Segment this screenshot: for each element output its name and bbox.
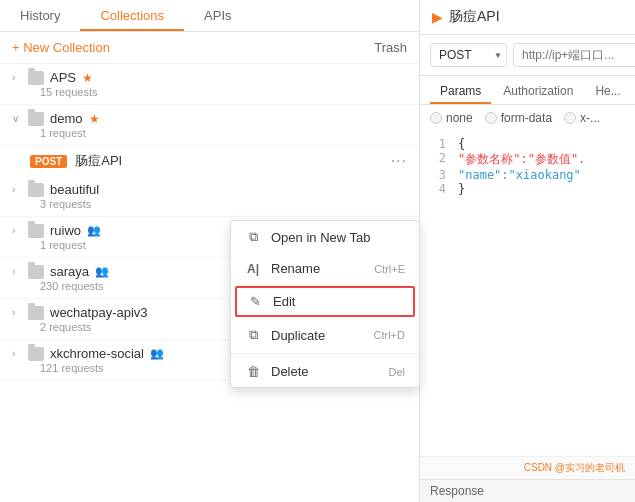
collection-item[interactable]: › beautiful 3 requests [0, 176, 419, 217]
code-line: 4 } [430, 182, 625, 196]
trash-link[interactable]: Trash [374, 40, 407, 55]
collection-name: beautiful [50, 182, 99, 197]
line-num: 3 [430, 168, 446, 182]
collection-name: wechatpay-apiv3 [50, 305, 148, 320]
folder-icon [28, 112, 44, 126]
group-icon: 👥 [150, 347, 164, 360]
post-name: 肠痘API [75, 152, 382, 170]
menu-item-open-new-tab[interactable]: ⧉ Open in New Tab [231, 221, 419, 253]
chevron-icon: › [12, 72, 22, 83]
response-label: Response [420, 479, 635, 502]
menu-item-label: Delete [271, 364, 309, 379]
url-input[interactable] [513, 43, 635, 67]
menu-item-duplicate[interactable]: ⧉ Duplicate Ctrl+D [231, 319, 419, 351]
collection-meta: 1 request [40, 127, 407, 139]
chevron-icon: › [12, 184, 22, 195]
tab-params[interactable]: Params [430, 80, 491, 104]
menu-shortcut: Del [388, 366, 405, 378]
code-content: "name":"xiaokang" [458, 168, 581, 182]
folder-icon [28, 224, 44, 238]
collection-item[interactable]: › APS ★ 15 requests [0, 64, 419, 105]
collection-name: demo [50, 111, 83, 126]
radio-none[interactable]: none [430, 111, 473, 125]
collection-name: saraya [50, 264, 89, 279]
line-num: 1 [430, 137, 446, 151]
collection-meta: 15 requests [40, 86, 407, 98]
chevron-icon: › [12, 348, 22, 359]
menu-divider [231, 353, 419, 354]
tabs-bar: History Collections APIs [0, 0, 419, 32]
tab-authorization[interactable]: Authorization [493, 80, 583, 104]
method-badge: POST [30, 155, 67, 168]
collection-name: xkchrome-social [50, 346, 144, 361]
code-content: "参数名称":"参数值". [458, 151, 585, 168]
line-num: 4 [430, 182, 446, 196]
collection-meta: 3 requests [40, 198, 407, 210]
rename-icon: A| [245, 262, 261, 276]
chevron-icon: ∨ [12, 113, 22, 124]
tab-apis[interactable]: APIs [184, 0, 251, 31]
folder-icon [28, 183, 44, 197]
menu-shortcut: Ctrl+E [374, 263, 405, 275]
line-num: 2 [430, 151, 446, 168]
api-title: 肠痘API [449, 8, 500, 26]
menu-item-edit[interactable]: ✎ Edit [235, 286, 415, 317]
delete-icon: 🗑 [245, 364, 261, 379]
expand-arrow-icon: ▶ [432, 9, 443, 25]
chevron-icon: › [12, 225, 22, 236]
chevron-icon: › [12, 307, 22, 318]
menu-item-label: Edit [273, 294, 295, 309]
folder-icon [28, 306, 44, 320]
group-icon: 👥 [95, 265, 109, 278]
edit-icon: ✎ [247, 294, 263, 309]
radio-dot-form-data [485, 112, 497, 124]
radio-group: none form-data x-... [420, 105, 635, 131]
request-tabs: Params Authorization He... [420, 76, 635, 105]
watermark: CSDN @实习的老司机 [420, 456, 635, 479]
folder-icon [28, 71, 44, 85]
radio-dot-x [564, 112, 576, 124]
radio-label-form-data: form-data [501, 111, 552, 125]
right-panel: ▶ 肠痘API POST GET PUT DELETE Params Autho… [420, 0, 635, 502]
chevron-icon: › [12, 266, 22, 277]
menu-item-label: Open in New Tab [271, 230, 371, 245]
tab-headers[interactable]: He... [585, 80, 630, 104]
folder-icon [28, 265, 44, 279]
folder-icon [28, 347, 44, 361]
more-button[interactable]: ··· [391, 152, 407, 170]
collection-name: ruiwo [50, 223, 81, 238]
tab-history[interactable]: History [0, 0, 80, 31]
radio-label-x: x-... [580, 111, 600, 125]
menu-item-label: Duplicate [271, 328, 325, 343]
method-select[interactable]: POST GET PUT DELETE [430, 43, 507, 67]
menu-shortcut: Ctrl+D [374, 329, 405, 341]
code-area: 1 { 2 "参数名称":"参数值". 3 "name":"xiaokang" … [420, 131, 635, 456]
context-menu: ⧉ Open in New Tab A| Rename Ctrl+E ✎ Edi… [230, 220, 420, 388]
star-icon: ★ [82, 71, 93, 85]
open-new-tab-icon: ⧉ [245, 229, 261, 245]
method-wrapper: POST GET PUT DELETE [430, 43, 507, 67]
new-collection-button[interactable]: + New Collection [12, 40, 110, 55]
star-icon: ★ [89, 112, 100, 126]
duplicate-icon: ⧉ [245, 327, 261, 343]
code-line: 3 "name":"xiaokang" [430, 168, 625, 182]
right-header: ▶ 肠痘API [420, 0, 635, 35]
menu-item-label: Rename [271, 261, 320, 276]
radio-form-data[interactable]: form-data [485, 111, 552, 125]
menu-item-rename[interactable]: A| Rename Ctrl+E [231, 253, 419, 284]
menu-item-delete[interactable]: 🗑 Delete Del [231, 356, 419, 387]
group-icon: 👥 [87, 224, 101, 237]
tab-collections[interactable]: Collections [80, 0, 184, 31]
collection-item[interactable]: ∨ demo ★ 1 request [0, 105, 419, 146]
radio-dot-none [430, 112, 442, 124]
collection-name: APS [50, 70, 76, 85]
code-line: 2 "参数名称":"参数值". [430, 151, 625, 168]
post-item[interactable]: POST 肠痘API ··· [0, 146, 419, 176]
code-content: { [458, 137, 465, 151]
radio-label-none: none [446, 111, 473, 125]
code-content: } [458, 182, 465, 196]
toolbar: + New Collection Trash [0, 32, 419, 64]
radio-x[interactable]: x-... [564, 111, 600, 125]
code-line: 1 { [430, 137, 625, 151]
request-bar: POST GET PUT DELETE [420, 35, 635, 76]
